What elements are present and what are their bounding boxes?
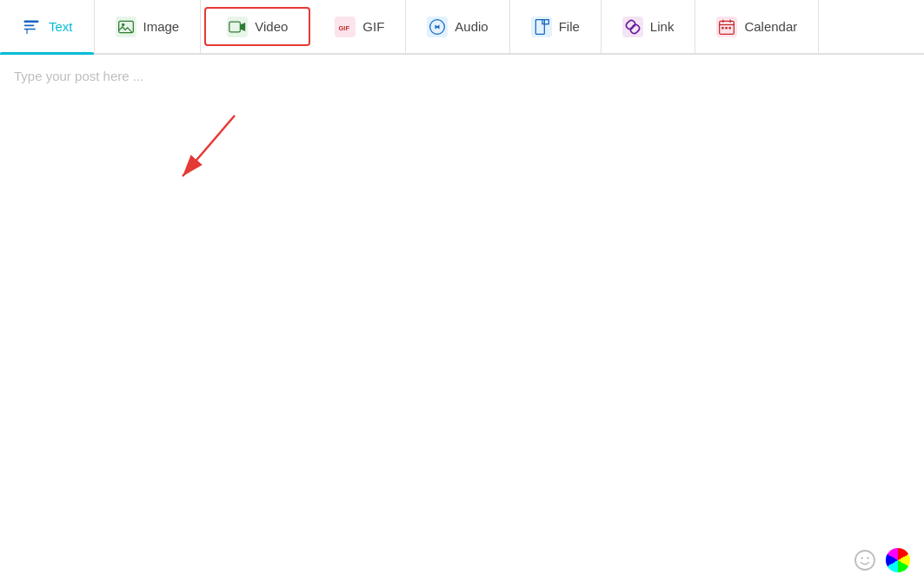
tab-calendar-label: Calendar [744, 19, 797, 34]
tab-file[interactable]: File [510, 0, 602, 53]
svg-rect-17 [726, 27, 728, 30]
link-tab-icon [622, 17, 643, 37]
svg-rect-0 [24, 20, 39, 23]
svg-rect-16 [722, 27, 725, 30]
tab-text[interactable]: T Text [0, 0, 95, 53]
file-tab-icon [531, 17, 552, 37]
svg-text:T: T [25, 27, 30, 36]
tab-link-label: Link [650, 19, 675, 34]
emoji-button[interactable] [851, 546, 879, 574]
text-tab-icon: T [21, 17, 42, 37]
svg-point-5 [122, 23, 124, 25]
tab-image[interactable]: Image [95, 0, 202, 53]
svg-text:GIF: GIF [339, 24, 350, 32]
tab-image-label: Image [143, 19, 180, 34]
audio-tab-icon [427, 17, 448, 37]
svg-point-23 [867, 557, 868, 558]
tab-audio-label: Audio [455, 19, 488, 34]
svg-rect-6 [229, 22, 241, 32]
tab-gif-label: GIF [362, 19, 384, 34]
svg-rect-18 [729, 27, 732, 30]
tab-file-label: File [559, 19, 580, 34]
tab-audio[interactable]: Audio [406, 0, 509, 53]
tab-video[interactable]: Video [204, 7, 310, 46]
calendar-tab-icon [716, 17, 737, 37]
gif-tab-icon: GIF [335, 17, 356, 37]
tab-link[interactable]: Link [602, 0, 696, 53]
svg-point-22 [861, 557, 862, 558]
tab-text-label: Text [49, 19, 73, 34]
content-area [0, 55, 924, 588]
video-tab-icon [227, 17, 248, 37]
svg-rect-1 [24, 24, 35, 26]
tab-calendar[interactable]: Calendar [695, 0, 819, 53]
svg-rect-10 [535, 19, 544, 34]
tab-video-label: Video [255, 19, 288, 34]
svg-point-21 [855, 551, 874, 570]
image-tab-icon [116, 17, 136, 37]
svg-rect-11 [544, 19, 548, 23]
color-wheel-button[interactable] [886, 548, 910, 572]
tab-bar: T Text Image Video GIF [0, 0, 924, 55]
post-textarea[interactable] [14, 69, 910, 574]
bottom-toolbar [851, 546, 910, 574]
tab-gif[interactable]: GIF GIF [314, 0, 406, 53]
